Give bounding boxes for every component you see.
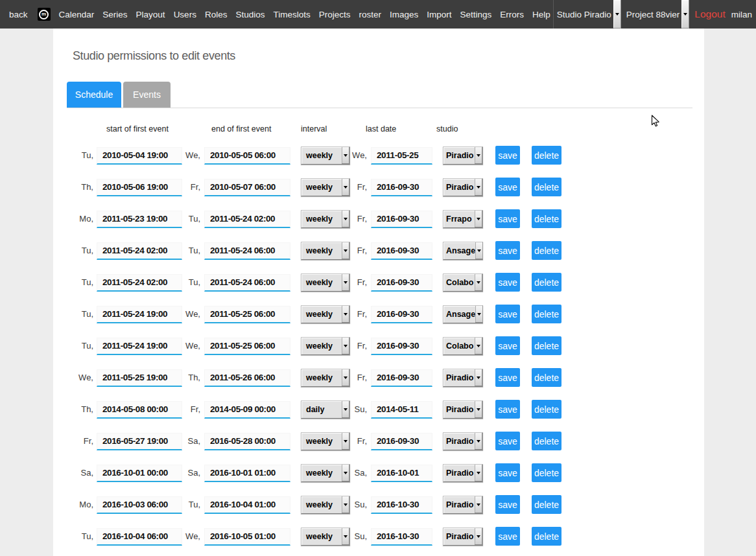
end-datetime-input[interactable] [204,306,290,323]
end-datetime-input[interactable] [204,496,290,514]
start-datetime-input[interactable] [97,369,182,387]
last-date-input[interactable] [371,465,432,482]
last-date-input[interactable] [371,401,432,419]
end-datetime-input[interactable] [204,528,290,546]
chevron-down-icon[interactable] [475,338,482,354]
start-datetime-input[interactable] [97,211,182,228]
nav-item-errors[interactable]: Errors [500,10,524,19]
end-datetime-input[interactable] [204,338,290,355]
save-button[interactable]: save [495,368,520,387]
save-button[interactable]: save [495,336,520,355]
start-datetime-input[interactable] [97,179,182,196]
end-datetime-input[interactable] [204,147,290,165]
delete-button[interactable]: delete [532,209,561,228]
save-button[interactable]: save [495,432,520,450]
last-date-input[interactable] [371,433,432,450]
start-datetime-input[interactable] [97,528,182,546]
save-button[interactable]: save [495,400,520,419]
last-date-input[interactable] [371,528,432,546]
nav-item-roles[interactable]: Roles [205,10,228,19]
studio-row-select[interactable]: Piradio [443,527,483,546]
start-datetime-input[interactable] [97,306,182,323]
studio-row-select[interactable]: Piradio [443,178,483,196]
save-button[interactable]: save [495,273,520,292]
nav-item-help[interactable]: Help [532,10,550,19]
delete-button[interactable]: delete [532,146,561,165]
save-button[interactable]: save [495,146,520,165]
studio-row-select[interactable]: Colabo [443,273,483,292]
save-button[interactable]: save [495,178,520,196]
chevron-down-icon[interactable] [475,401,482,418]
save-button[interactable]: save [495,209,520,228]
start-datetime-input[interactable] [97,401,182,419]
delete-button[interactable]: delete [532,305,561,323]
tab-events[interactable]: Events [123,82,171,108]
nav-item-calendar[interactable]: Calendar [59,10,95,19]
last-date-input[interactable] [371,496,432,514]
chevron-down-icon[interactable] [475,211,482,227]
delete-button[interactable]: delete [532,241,561,260]
nav-item-playout[interactable]: Playout [136,10,165,19]
start-datetime-input[interactable] [97,496,182,514]
last-date-input[interactable] [371,179,432,196]
studio-row-select[interactable]: Piradio [443,432,483,450]
nav-item-import[interactable]: Import [427,10,451,19]
end-datetime-input[interactable] [204,274,290,292]
chevron-down-icon[interactable] [475,528,482,545]
end-datetime-input[interactable] [204,465,290,482]
studio-select[interactable]: Studio Piradio [554,0,621,29]
end-datetime-input[interactable] [204,433,290,450]
last-date-input[interactable] [371,147,432,165]
chevron-down-icon[interactable] [475,369,482,386]
studio-row-select[interactable]: Piradio [443,496,483,514]
delete-button[interactable]: delete [532,273,561,292]
nav-item-settings[interactable]: Settings [460,10,492,19]
delete-button[interactable]: delete [532,527,561,546]
studio-row-select[interactable]: Colabo [443,337,483,355]
chevron-down-icon[interactable] [475,147,482,164]
start-datetime-input[interactable] [97,147,182,165]
delete-button[interactable]: delete [532,178,561,196]
studio-row-select[interactable]: Piradio [443,400,483,419]
end-datetime-input[interactable] [204,211,290,228]
nav-back-link[interactable]: back [9,10,28,19]
last-date-input[interactable] [371,369,432,387]
start-datetime-input[interactable] [97,338,182,355]
studio-row-select[interactable]: Ansage [443,305,483,323]
end-datetime-input[interactable] [204,401,290,419]
delete-button[interactable]: delete [532,368,561,387]
start-datetime-input[interactable] [97,433,182,450]
app-logo[interactable]: m [38,8,51,21]
start-datetime-input[interactable] [97,465,182,482]
delete-button[interactable]: delete [532,463,561,482]
start-datetime-input[interactable] [97,274,182,292]
nav-item-studios[interactable]: Studios [235,10,265,19]
project-select[interactable]: Project 88vier [623,0,690,29]
chevron-down-icon[interactable] [475,306,483,323]
delete-button[interactable]: delete [532,400,561,419]
chevron-down-icon[interactable] [475,242,483,259]
delete-button[interactable]: delete [532,432,561,450]
chevron-down-icon[interactable] [475,274,482,291]
nav-item-users[interactable]: Users [174,10,196,19]
chevron-down-icon[interactable] [475,433,482,450]
nav-item-images[interactable]: Images [390,10,418,19]
last-date-input[interactable] [371,242,432,260]
last-date-input[interactable] [371,211,432,228]
end-datetime-input[interactable] [204,369,290,387]
chevron-down-icon[interactable] [681,0,689,29]
save-button[interactable]: save [495,463,520,482]
chevron-down-icon[interactable] [475,179,482,196]
logout-link[interactable]: Logout [694,8,725,20]
studio-row-select[interactable]: Frrapo [443,210,483,228]
delete-button[interactable]: delete [532,495,561,514]
save-button[interactable]: save [495,241,520,260]
end-datetime-input[interactable] [204,242,290,260]
save-button[interactable]: save [495,305,520,323]
studio-row-select[interactable]: Piradio [443,369,483,387]
last-date-input[interactable] [371,306,432,323]
studio-row-select[interactable]: Piradio [443,464,483,482]
nav-item-roster[interactable]: roster [359,10,381,19]
studio-row-select[interactable]: Piradio [443,146,483,165]
chevron-down-icon[interactable] [475,496,482,513]
